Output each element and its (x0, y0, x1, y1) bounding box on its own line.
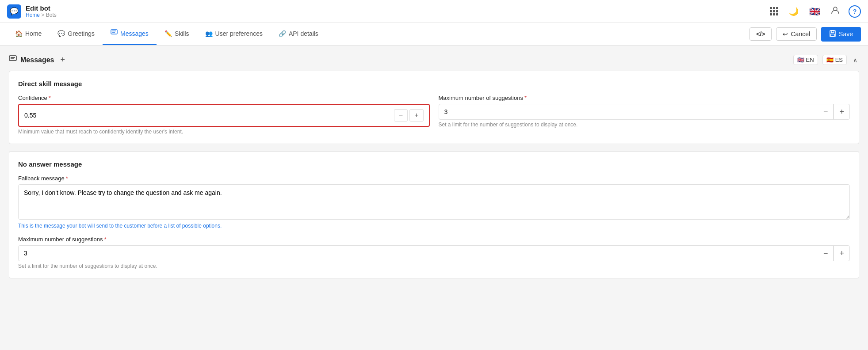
fallback-label: Fallback message * (18, 175, 850, 182)
skills-icon: ✏️ (164, 30, 172, 37)
app-logo: 💬 (7, 4, 21, 19)
confidence-decrease-button[interactable]: − (394, 109, 408, 122)
confidence-required: * (49, 95, 51, 101)
save-button[interactable]: Save (821, 27, 861, 42)
confidence-controls: − + (394, 109, 424, 122)
help-icon: ? (853, 8, 857, 15)
confidence-input[interactable] (24, 112, 394, 119)
no-answer-max-suggestions-field: Maximum number of suggestions * − + Set … (18, 236, 850, 269)
no-answer-title: No answer message (18, 160, 850, 168)
confidence-increase-button[interactable]: + (409, 109, 423, 122)
page-title: Edit bot (26, 4, 57, 12)
svg-rect-7 (9, 56, 16, 61)
moon-icon: 🌙 (789, 7, 799, 16)
cancel-arrow-icon: ↩ (783, 30, 788, 38)
user-preferences-icon: 👥 (205, 30, 213, 37)
lang-en-badge[interactable]: 🇬🇧 EN (793, 55, 818, 65)
svg-rect-1 (111, 30, 117, 34)
max-suggestions-field: Maximum number of suggestions * − + Set … (439, 95, 850, 135)
nav-tabs-left: 🏠 Home 💬 Greetings Messages ✏️ Skills 👥 … (7, 23, 326, 45)
tab-user-preferences[interactable]: 👥 User preferences (197, 24, 271, 45)
svg-rect-5 (831, 30, 834, 33)
topbar-title-group: Edit bot Home > Bots (26, 4, 57, 18)
topbar-left: 💬 Edit bot Home > Bots (7, 4, 57, 19)
messages-section-icon (9, 55, 17, 65)
topbar-right: 🌙 🇬🇧 ? (768, 4, 861, 19)
messages-icon (111, 29, 118, 38)
confidence-input-wrapper: − + (18, 104, 430, 127)
code-button[interactable]: </> (749, 27, 772, 41)
greetings-icon: 💬 (57, 30, 65, 37)
max-suggestions-decrease-button[interactable]: − (818, 104, 834, 119)
max-suggestions-increase-button[interactable]: + (834, 104, 849, 119)
section-actions: 🇬🇧 EN 🇪🇸 ES ∧ (793, 55, 859, 65)
main-content: Messages + 🇬🇧 EN 🇪🇸 ES ∧ Direct skill me… (0, 46, 868, 347)
breadcrumb-home[interactable]: Home (26, 12, 40, 18)
cancel-button[interactable]: ↩ Cancel (776, 27, 817, 41)
flag-icon: 🇬🇧 (809, 6, 820, 17)
api-details-icon: 🔗 (279, 30, 286, 37)
help-button[interactable]: ? (849, 5, 861, 18)
max-suggestions-hint: Set a limit for the number of suggestion… (439, 122, 850, 128)
collapse-section-button[interactable]: ∧ (851, 55, 859, 65)
nav-tabs: 🏠 Home 💬 Greetings Messages ✏️ Skills 👥 … (0, 23, 868, 46)
svg-rect-6 (831, 34, 834, 36)
breadcrumb-separator: > (41, 12, 46, 18)
tab-greetings[interactable]: 💬 Greetings (50, 24, 103, 45)
no-answer-max-suggestions-required: * (104, 236, 106, 243)
topbar: 💬 Edit bot Home > Bots (0, 0, 868, 23)
direct-skill-message-card: Direct skill message Confidence * − + (9, 71, 859, 144)
tab-skills[interactable]: ✏️ Skills (157, 24, 197, 45)
max-suggestions-label: Maximum number of suggestions * (439, 95, 850, 101)
direct-skill-row: Confidence * − + Minimum value that must… (18, 95, 850, 135)
no-answer-suggestions-decrease-button[interactable]: − (818, 246, 834, 261)
fallback-required: * (66, 175, 68, 182)
confidence-input-row: − + (24, 109, 424, 122)
language-flag-button[interactable]: 🇬🇧 (807, 4, 822, 19)
max-suggestions-input[interactable] (439, 105, 818, 119)
lang-es-badge[interactable]: 🇪🇸 ES (822, 55, 847, 65)
no-answer-message-card: No answer message Fallback message * Thi… (9, 151, 859, 278)
fallback-message-textarea[interactable] (18, 184, 850, 220)
logo-icon: 💬 (10, 7, 19, 15)
breadcrumb-current: Bots (46, 12, 57, 18)
section-header: Messages + 🇬🇧 EN 🇪🇸 ES ∧ (9, 54, 859, 65)
tab-messages[interactable]: Messages (103, 23, 157, 45)
grid-icon-button[interactable] (768, 5, 780, 17)
tab-api-details[interactable]: 🔗 API details (271, 24, 326, 45)
add-message-button[interactable]: + (58, 54, 68, 65)
max-suggestions-input-group: − + (439, 104, 850, 120)
confidence-label: Confidence * (18, 95, 430, 101)
confidence-field: Confidence * − + Minimum value that must… (18, 95, 430, 135)
confidence-hint: Minimum value that must reach to confide… (18, 129, 430, 135)
no-answer-max-suggestions-label: Maximum number of suggestions * (18, 236, 850, 243)
no-answer-max-suggestions-input[interactable] (19, 246, 818, 260)
no-answer-max-suggestions-hint: Set a limit for the number of suggestion… (18, 263, 850, 269)
section-title: Messages + (9, 54, 68, 65)
breadcrumb: Home > Bots (26, 12, 57, 18)
fallback-message-field: Fallback message * This is the message y… (18, 175, 850, 229)
user-icon (831, 6, 840, 17)
nav-tabs-right: </> ↩ Cancel Save (749, 27, 861, 42)
grid-icon (770, 7, 778, 15)
code-icon: </> (756, 30, 765, 38)
save-icon (829, 30, 836, 38)
flag-en-icon: 🇬🇧 (797, 57, 804, 63)
tab-home[interactable]: 🏠 Home (7, 24, 50, 45)
flag-es-icon: 🇪🇸 (826, 57, 834, 63)
max-suggestions-required: * (524, 95, 527, 101)
direct-skill-title: Direct skill message (18, 80, 850, 88)
theme-toggle-button[interactable]: 🌙 (787, 5, 800, 18)
user-profile-button[interactable] (829, 4, 841, 19)
no-answer-max-suggestions-input-group: − + (18, 245, 850, 261)
home-icon: 🏠 (15, 30, 23, 37)
fallback-hint: This is the message your bot will send t… (18, 223, 850, 229)
no-answer-suggestions-increase-button[interactable]: + (834, 246, 849, 261)
